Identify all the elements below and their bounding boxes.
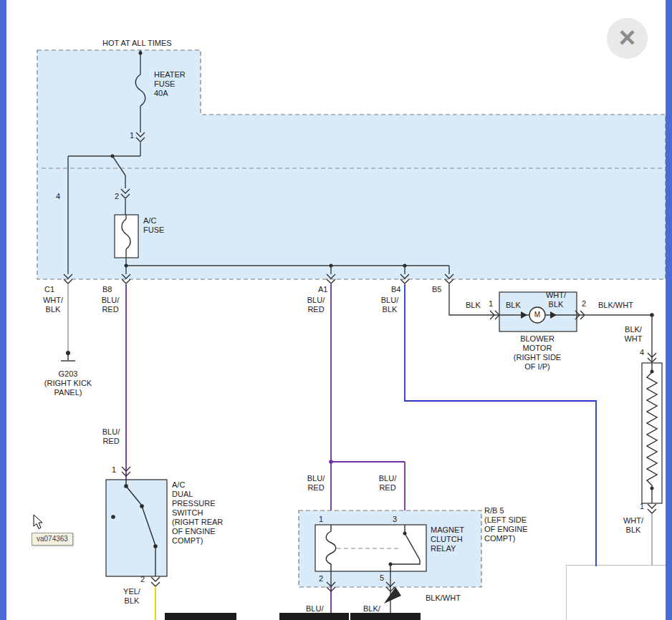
pin-b5: B5 [432, 285, 441, 294]
pin-relay2: 2 [319, 574, 323, 583]
pin-blower2: 2 [582, 299, 586, 309]
pin-a1: A1 [318, 285, 327, 294]
relay-loc-label: R/B 5 (LEFT SIDE OF ENGINE COMPT) [484, 506, 528, 543]
wire-a1-label: BLU/ RED [307, 296, 325, 314]
relay-feed-circuit [327, 284, 409, 525]
wire-b5-blk-label: BLK [466, 301, 481, 310]
pin-b8: B8 [102, 285, 112, 294]
blower-motor-label: BLOWER MOTOR (RIGHT SIDE OF I/P) [514, 334, 561, 372]
motor-out-label: WHT/ BLK [546, 291, 566, 309]
close-button[interactable]: × [607, 18, 648, 59]
pin-blower1: 1 [489, 299, 493, 309]
wire-res-out-label: WHT/ BLK [623, 516, 643, 535]
wire-relay1-label: BLU/ RED [307, 474, 325, 493]
pin-res4: 4 [640, 348, 644, 357]
pin-jb4: 4 [56, 192, 60, 201]
wire-b4-label: BLU/ BLK [381, 296, 398, 314]
ac-fuse-label: A/C FUSE [143, 216, 164, 235]
relay-label: MAGNET CLUTCH RELAY [431, 525, 464, 553]
wire-c1-label: WHT/ BLK [43, 296, 63, 314]
pin-ps2: 2 [140, 575, 145, 584]
pin-c1: C1 [44, 285, 54, 294]
pressure-switch-circuit [106, 284, 167, 620]
pin-fuse-out: 1 [130, 131, 134, 140]
bottom-bar-item[interactable] [279, 613, 349, 620]
bottom-bar-item[interactable] [165, 613, 236, 620]
ground-label: G203 (RIGHT KICK PANEL) [44, 369, 92, 397]
wire-blower-out-label: BLK/WHT [598, 301, 633, 310]
wire-relay5-out-label: BLK/WHT [426, 594, 461, 603]
window-frame-right [666, 0, 672, 620]
pressure-switch-box [106, 480, 167, 576]
wire-relay3-label: BLU/ RED [379, 474, 396, 493]
pin-b4: B4 [391, 285, 400, 294]
wire-res-in-label: BLK/ WHT [624, 325, 642, 344]
motor-in-label: BLK [506, 301, 521, 310]
power-label: HOT AT ALL TIMES [102, 39, 172, 48]
wiring-diagram [0, 0, 672, 620]
pin-jb2: 2 [115, 192, 119, 201]
pin-relay1: 1 [319, 515, 323, 524]
mouse-cursor-icon [33, 515, 47, 531]
wiring-diagram-viewer: HOT AT ALL TIMES HEATER FUSE 40A 1 4 2 A… [0, 0, 672, 620]
heater-fuse-label: HEATER FUSE 40A [154, 70, 186, 98]
bottom-bar-item[interactable] [350, 613, 421, 620]
wire-b8-mid-label: BLU/ RED [102, 427, 120, 446]
wire-b8-label: BLU/ RED [102, 296, 119, 314]
pressure-switch-label: A/C DUAL PRESSURE SWITCH (RIGHT REAR OF … [172, 480, 223, 546]
blower-resistor-circuit [642, 315, 662, 565]
window-frame-left [0, 0, 6, 620]
tooltip: va074363 [32, 533, 73, 546]
motor-symbol-label: M [534, 311, 540, 319]
pin-relay5: 5 [380, 573, 384, 583]
blower-resistor-box [642, 363, 662, 503]
pin-relay3: 3 [393, 515, 397, 524]
wire-ps-out-label: YEL/ BLK [123, 587, 140, 606]
pin-res1: 1 [640, 502, 644, 511]
pin-ps1: 1 [112, 465, 116, 475]
